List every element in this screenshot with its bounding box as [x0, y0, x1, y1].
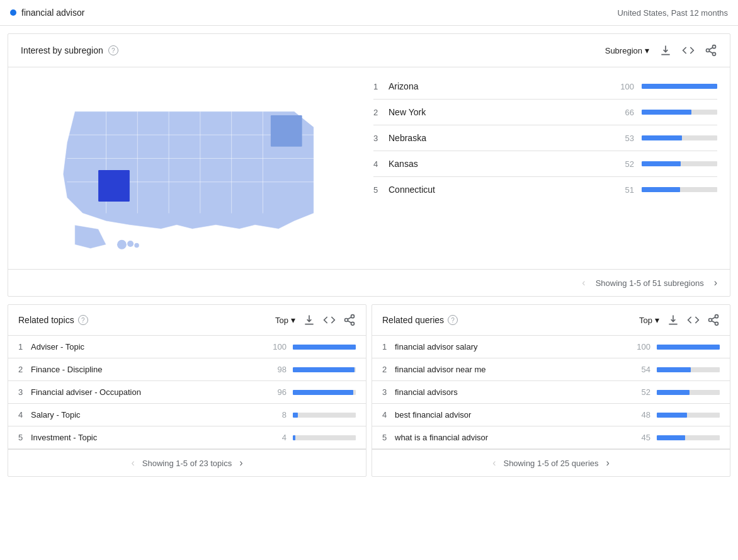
bar-fill — [642, 84, 717, 89]
bar-container — [642, 84, 717, 89]
subregion-dropdown[interactable]: Subregion — [605, 45, 649, 55]
svg-point-25 — [715, 315, 718, 318]
list-item: 2 Finance - Discipline 98 — [8, 358, 366, 381]
related-topics-dropdown[interactable]: Top — [275, 315, 295, 325]
list-item: 4 best financial advisor 48 — [372, 404, 730, 426]
svg-line-4 — [709, 47, 713, 49]
subregion-embed-button[interactable] — [682, 44, 695, 57]
bar-fill — [293, 367, 355, 372]
bar-container — [642, 161, 717, 166]
prev-page-button[interactable]: ‹ — [582, 277, 585, 289]
bar-fill — [293, 345, 356, 350]
list-item: 5 Investment - Topic 4 — [8, 426, 366, 449]
bar-container — [293, 390, 356, 395]
subregion-section-header: Interest by subregion ? Subregion — [8, 34, 730, 67]
table-row: 2 New York 66 — [373, 100, 717, 125]
related-queries-embed-button[interactable] — [687, 314, 700, 326]
bar-fill — [642, 110, 691, 115]
svg-rect-16 — [271, 115, 302, 147]
us-map — [27, 80, 342, 256]
subregion-dropdown-label: Subregion — [605, 46, 642, 55]
map-area — [8, 67, 361, 269]
bar-fill — [642, 161, 681, 166]
related-queries-title-text: Related queries — [382, 315, 444, 325]
subregion-controls: Subregion — [605, 44, 717, 57]
list-item: 1 Adviser - Topic 100 — [8, 336, 366, 358]
bar-fill — [293, 390, 353, 395]
bar-container — [657, 390, 720, 395]
bar-fill — [642, 135, 682, 140]
svg-point-26 — [709, 319, 712, 322]
related-queries-dropdown-label: Top — [639, 316, 652, 325]
svg-point-18 — [127, 241, 133, 247]
subregion-title: Interest by subregion ? — [21, 45, 118, 55]
related-topics-section: Related topics ? Top — [8, 304, 366, 477]
topics-next-button[interactable]: › — [239, 457, 242, 469]
pagination-text: Showing 1-5 of 51 subregions — [596, 278, 704, 288]
related-topics-help-icon[interactable]: ? — [78, 315, 88, 325]
svg-point-2 — [713, 52, 716, 55]
related-topics-download-button[interactable] — [303, 314, 315, 326]
related-queries-chevron-icon — [655, 315, 659, 325]
related-queries-controls: Top — [639, 314, 720, 326]
queries-next-button[interactable]: › — [606, 457, 610, 469]
related-topics-chevron-icon — [291, 315, 295, 325]
related-topics-share-button[interactable] — [343, 314, 356, 326]
svg-point-27 — [715, 322, 718, 325]
table-row: 5 Connecticut 51 — [373, 177, 717, 202]
bar-fill — [657, 413, 687, 418]
svg-line-24 — [348, 317, 351, 319]
related-topics-title-text: Related topics — [18, 315, 74, 325]
queries-pagination-text: Showing 1-5 of 25 queries — [503, 459, 598, 468]
related-queries-section: Related queries ? Top — [372, 304, 730, 477]
related-queries-title: Related queries ? — [382, 315, 458, 325]
location-time-label: United States, Past 12 months — [617, 8, 728, 18]
related-queries-share-button[interactable] — [707, 314, 720, 326]
subregion-help-icon[interactable]: ? — [108, 45, 118, 55]
svg-point-17 — [117, 240, 127, 249]
bar-fill — [657, 390, 690, 395]
related-queries-header: Related queries ? Top — [372, 305, 730, 336]
bar-fill — [293, 435, 295, 440]
svg-point-1 — [707, 49, 710, 52]
search-term-label: financial advisor — [21, 8, 84, 18]
svg-point-22 — [351, 322, 355, 325]
subregion-chevron-icon — [645, 45, 649, 55]
bar-container — [642, 187, 717, 192]
list-item: 1 financial advisor salary 100 — [372, 336, 730, 358]
bar-container — [642, 135, 717, 140]
related-queries-help-icon[interactable]: ? — [448, 315, 458, 325]
bar-container — [293, 413, 356, 418]
bar-container — [657, 435, 720, 440]
list-item: 4 Salary - Topic 8 — [8, 404, 366, 426]
list-item: 2 financial advisor near me 54 — [372, 358, 730, 381]
next-page-button[interactable]: › — [714, 277, 717, 289]
svg-point-21 — [345, 319, 348, 322]
svg-point-20 — [351, 315, 355, 318]
related-topics-embed-button[interactable] — [323, 314, 336, 326]
bar-container — [293, 345, 356, 350]
top-bar: financial advisor United States, Past 12… — [0, 0, 738, 26]
bar-fill — [642, 187, 680, 192]
bar-container — [293, 435, 356, 440]
related-queries-dropdown[interactable]: Top — [639, 315, 659, 325]
subregion-title-text: Interest by subregion — [21, 45, 103, 55]
bar-fill — [657, 435, 685, 440]
svg-rect-15 — [98, 170, 130, 202]
related-queries-download-button[interactable] — [667, 314, 679, 326]
related-topics-title: Related topics ? — [18, 315, 88, 325]
svg-line-29 — [712, 317, 715, 319]
bar-container — [293, 367, 356, 372]
search-term-display: financial advisor — [10, 8, 84, 18]
topics-prev-button[interactable]: ‹ — [131, 457, 134, 469]
interest-by-subregion-section: Interest by subregion ? Subregion — [8, 33, 730, 297]
bar-fill — [657, 345, 720, 350]
queries-prev-button[interactable]: ‹ — [492, 457, 496, 469]
subregion-table: 1 Arizona 100 2 New York 66 3 Nebraska 5… — [361, 67, 730, 269]
list-item: 3 Financial adviser - Occupation 96 — [8, 381, 366, 404]
subregion-share-button[interactable] — [705, 44, 717, 57]
subregion-download-button[interactable] — [659, 44, 672, 57]
table-row: 3 Nebraska 53 — [373, 125, 717, 151]
svg-line-3 — [709, 51, 713, 53]
svg-point-0 — [713, 45, 716, 49]
